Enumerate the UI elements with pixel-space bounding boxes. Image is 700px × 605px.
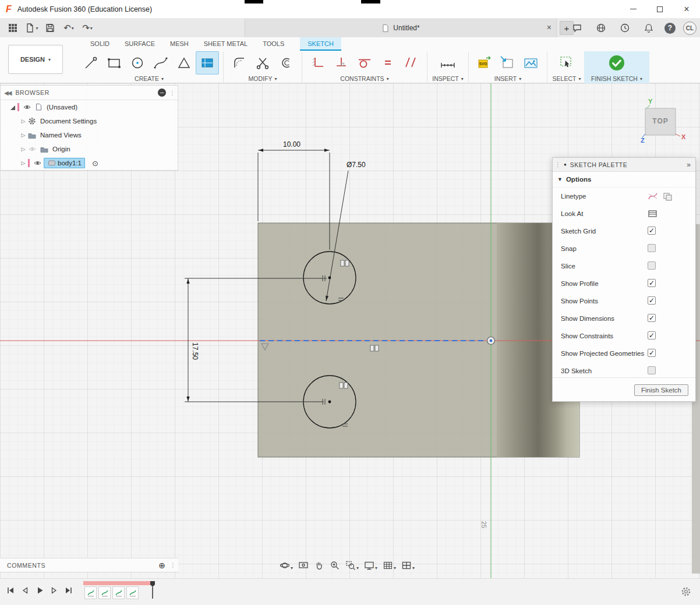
tree-item-document[interactable]: (Unsaved) (1, 100, 178, 114)
sketch-palette-header[interactable]: ⋮ ● SKETCH PALETTE » (553, 158, 695, 172)
insert-group-label[interactable]: INSERT▾ (494, 75, 521, 83)
visibility-eye-icon[interactable] (33, 159, 42, 167)
insert-canvas-button[interactable] (519, 51, 543, 75)
display-settings-button[interactable]: ▾ (364, 560, 377, 571)
collapse-chevrons-icon[interactable]: ◀◀ (4, 90, 10, 96)
measure-tool-button[interactable] (432, 51, 464, 75)
linetype-spline-icon[interactable] (648, 192, 658, 201)
show-dimensions-checkbox[interactable] (648, 314, 656, 322)
minimize-button[interactable] (620, 0, 646, 19)
modify-group-label[interactable]: MODIFY▾ (249, 75, 277, 83)
file-menu-button[interactable]: ▾ (23, 20, 40, 36)
tab-sketch[interactable]: SKETCH (300, 37, 341, 51)
expand-caret-icon[interactable]: ▷ (20, 118, 26, 124)
user-avatar[interactable]: CL (683, 22, 697, 35)
job-status-button[interactable] (617, 20, 633, 36)
model-canvas[interactable]: 10.00 Ø7.50 17.50 25 (0, 83, 700, 578)
pan-button[interactable] (314, 560, 324, 571)
web-button[interactable] (593, 20, 609, 36)
timeline-sketch-feature[interactable] (112, 586, 125, 599)
options-section-header[interactable]: ▼ Options (553, 172, 695, 187)
maximize-button[interactable] (646, 0, 673, 19)
timeline-step-back-button[interactable] (20, 586, 30, 595)
finish-sketch-button[interactable] (605, 51, 628, 75)
show-profile-checkbox[interactable] (648, 279, 656, 287)
show-points-checkbox[interactable] (648, 296, 656, 305)
zoom-button[interactable] (330, 560, 340, 571)
timeline-position-marker[interactable] (150, 581, 155, 600)
spline-tool-button[interactable] (149, 51, 172, 75)
tree-item-origin[interactable]: ▷ Origin (1, 142, 178, 156)
comments-grip-icon[interactable]: ⋮ (170, 562, 176, 568)
select-tool-button[interactable] (551, 51, 582, 75)
add-comment-icon[interactable]: ⊕ (158, 561, 165, 570)
comments-panel[interactable]: COMMENTS ⊕ ⋮ (0, 558, 178, 572)
tab-tools[interactable]: TOOLS (255, 37, 292, 51)
create-group-label[interactable]: CREATE▾ (135, 75, 164, 83)
grid-and-snaps-button[interactable]: ▾ (383, 560, 396, 571)
visibility-eye-off-icon[interactable] (28, 145, 37, 153)
timeline-track[interactable] (83, 581, 160, 602)
circle-tool-button[interactable] (126, 51, 149, 75)
timeline-sketch-feature[interactable] (84, 586, 97, 599)
show-constraints-checkbox[interactable] (648, 331, 656, 339)
finish-sketch-group-label[interactable]: FINISH SKETCH▾ (591, 75, 642, 83)
tree-item-label[interactable]: Origin (52, 146, 70, 153)
tree-item-document-settings[interactable]: ▷ Document Settings (1, 114, 178, 128)
show-projected-geometries-checkbox[interactable] (648, 349, 656, 357)
timeline-play-button[interactable] (35, 586, 44, 595)
document-tab-close-icon[interactable]: × (547, 23, 551, 31)
undo-button[interactable]: ↶ ▾ (61, 20, 77, 36)
viewports-button[interactable]: ▾ (401, 560, 415, 571)
insert-decal-button[interactable] (496, 51, 519, 75)
notifications-button[interactable] (641, 20, 657, 36)
offset-tool-button[interactable] (274, 51, 298, 75)
line-tool-button[interactable] (79, 51, 102, 75)
trim-tool-button[interactable] (251, 51, 274, 75)
timeline-settings-button[interactable] (680, 586, 692, 597)
slice-checkbox[interactable] (648, 261, 656, 270)
document-tab[interactable]: Untitled* × (245, 19, 557, 37)
palette-grip-icon[interactable]: ⋮ (555, 161, 561, 168)
3d-sketch-checkbox[interactable] (648, 366, 656, 374)
width-dimension-label[interactable]: 10.00 (283, 140, 300, 148)
inspect-group-label[interactable]: INSPECT▾ (432, 75, 464, 83)
polygon-tool-button[interactable] (172, 51, 196, 75)
palette-pin-icon[interactable]: » (687, 161, 691, 169)
horizontal-vertical-constraint-button[interactable] (306, 51, 330, 75)
constraints-group-label[interactable]: CONSTRAINTS▾ (340, 75, 388, 83)
sketch-grid-checkbox[interactable] (648, 227, 656, 235)
tree-item-label[interactable]: body1:1 (58, 160, 82, 167)
tree-item-body[interactable]: ▷ body1:1 ⊙ (1, 156, 178, 170)
comments-button[interactable] (569, 20, 585, 36)
close-button[interactable]: × (673, 0, 700, 19)
workspace-selector[interactable]: DESIGN ▾ (8, 45, 63, 74)
visibility-eye-icon[interactable] (23, 103, 31, 111)
expand-caret-icon[interactable]: ▷ (20, 146, 26, 152)
tree-item-label[interactable]: Document Settings (40, 118, 97, 125)
tangent-constraint-button[interactable] (353, 51, 376, 75)
snap-checkbox[interactable] (648, 244, 656, 252)
view-cube[interactable]: Y TOP X Z (641, 97, 699, 144)
zoom-window-button[interactable]: ▾ (345, 560, 359, 571)
perpendicular-constraint-button[interactable] (330, 51, 353, 75)
orbit-button[interactable]: ▾ (280, 560, 293, 571)
timeline-sketch-feature[interactable] (98, 586, 111, 599)
expand-caret-icon[interactable]: ▷ (20, 160, 26, 166)
timeline-step-forward-button[interactable] (50, 586, 59, 595)
diameter-dimension-label[interactable]: Ø7.50 (347, 161, 366, 169)
tab-surface[interactable]: SURFACE (117, 37, 162, 51)
finish-sketch-palette-button[interactable]: Finish Sketch (634, 384, 688, 396)
tab-sheet-metal[interactable]: SHEET METAL (196, 37, 255, 51)
expand-caret-icon[interactable]: ▷ (20, 132, 26, 138)
circle-center-point[interactable] (328, 401, 331, 404)
tab-mesh[interactable]: MESH (162, 37, 196, 51)
tree-item-label[interactable]: (Unsaved) (47, 104, 77, 111)
section-collapse-icon[interactable]: ▼ (557, 176, 563, 182)
tree-item-label[interactable]: Named Views (40, 132, 82, 139)
rectangle-tool-button[interactable] (102, 51, 126, 75)
tree-item-named-views[interactable]: ▷ Named Views (1, 128, 178, 142)
height-dimension-label[interactable]: 17.50 (191, 342, 199, 360)
expander-icon[interactable] (9, 104, 16, 111)
equal-constraint-button[interactable] (376, 51, 400, 75)
